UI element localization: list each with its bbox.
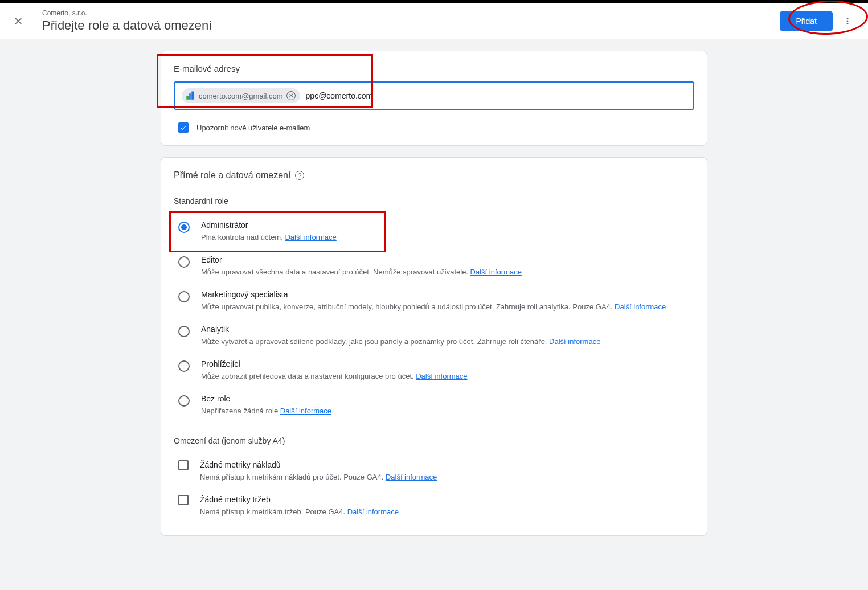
more-info-link[interactable]: Další informace xyxy=(280,407,331,415)
more-info-link[interactable]: Další informace xyxy=(416,372,467,380)
email-section-label: E-mailové adresy xyxy=(174,64,694,73)
role-radio[interactable] xyxy=(178,256,190,268)
restrictions-label: Omezení dat (jenom služby A4) xyxy=(174,436,694,445)
restriction-checkbox[interactable] xyxy=(178,460,189,470)
role-description: Plná kontrola nad účtem. Další informace xyxy=(201,233,690,241)
role-description: Nepřiřazena žádná role Další informace xyxy=(201,407,690,415)
svg-rect-1 xyxy=(189,93,191,100)
roles-section-header: Přímé role a datová omezení xyxy=(174,170,290,181)
email-input-container[interactable]: comerto.com@gmail.com ✕ ppc@comerto.com xyxy=(174,81,694,110)
more-menu-button[interactable] xyxy=(838,12,857,30)
header-subtitle: Comerto, s.r.o. xyxy=(42,9,780,17)
svg-rect-0 xyxy=(186,96,189,100)
close-button[interactable] xyxy=(11,14,25,28)
more-vert-icon xyxy=(842,16,853,26)
divider xyxy=(174,427,694,427)
role-description: Může upravovat publika, konverze, atribu… xyxy=(201,302,690,311)
role-radio[interactable] xyxy=(178,360,190,372)
restriction-title: Žádné metriky nákladů xyxy=(200,460,690,469)
restriction-item[interactable]: Žádné metriky tržebNemá přístup k metrik… xyxy=(174,488,694,523)
role-description: Může vytvářet a upravovat sdílené podkla… xyxy=(201,337,690,346)
chip-remove-button[interactable]: ✕ xyxy=(286,91,296,100)
roles-card: Přímé role a datová omezení ? Standardní… xyxy=(161,157,707,536)
role-title: Editor xyxy=(201,255,690,264)
analytics-icon xyxy=(185,91,195,101)
restriction-description: Nemá přístup k metrikám nákladů pro účet… xyxy=(200,473,690,481)
role-radio[interactable] xyxy=(178,395,190,407)
restriction-title: Žádné metriky tržeb xyxy=(200,495,690,504)
role-item[interactable]: Bez roleNepřiřazena žádná role Další inf… xyxy=(174,387,694,422)
check-icon xyxy=(179,124,187,132)
notify-checkbox[interactable] xyxy=(178,122,189,133)
close-icon xyxy=(13,15,24,27)
role-radio[interactable] xyxy=(178,222,190,233)
role-item[interactable]: ProhlížejícíMůže zobrazit přehledová dat… xyxy=(174,353,694,387)
role-item[interactable]: EditorMůže upravovat všechna data a nast… xyxy=(174,248,694,283)
restriction-item[interactable]: Žádné metriky nákladůNemá přístup k metr… xyxy=(174,453,694,488)
restriction-checkbox[interactable] xyxy=(178,495,189,505)
role-title: Analytik xyxy=(201,325,690,334)
modal-header: Comerto, s.r.o. Přidejte role a datová o… xyxy=(0,3,868,39)
more-info-link[interactable]: Další informace xyxy=(615,302,666,311)
more-info-link[interactable]: Další informace xyxy=(386,473,437,481)
role-title: Marketingový specialista xyxy=(201,290,690,299)
role-description: Může upravovat všechna data a nastavení … xyxy=(201,268,690,276)
email-card: E-mailové adresy comerto.com@gmail.com ✕… xyxy=(161,51,707,146)
header-title: Přidejte role a datová omezení xyxy=(42,18,780,33)
email-input-value[interactable]: ppc@comerto.com xyxy=(306,91,373,100)
standard-roles-label: Standardní role xyxy=(174,196,694,206)
svg-rect-2 xyxy=(191,92,194,100)
notify-label: Upozornit nové uživatele e-mailem xyxy=(196,124,310,132)
role-item[interactable]: AnalytikMůže vytvářet a upravovat sdílen… xyxy=(174,318,694,353)
role-title: Bez role xyxy=(201,394,690,403)
role-description: Může zobrazit přehledová data a nastaven… xyxy=(201,372,690,380)
help-icon[interactable]: ? xyxy=(295,171,304,180)
more-info-link[interactable]: Další informace xyxy=(347,507,399,516)
role-item[interactable]: AdministrátorPlná kontrola nad účtem. Da… xyxy=(174,214,694,248)
more-info-link[interactable]: Další informace xyxy=(549,337,600,346)
role-title: Prohlížející xyxy=(201,359,690,368)
add-button[interactable]: Přidat xyxy=(780,11,833,31)
more-info-link[interactable]: Další informace xyxy=(285,233,336,241)
role-radio[interactable] xyxy=(178,291,190,302)
restriction-description: Nemá přístup k metrikám tržeb. Pouze GA4… xyxy=(200,507,690,516)
more-info-link[interactable]: Další informace xyxy=(470,268,522,276)
role-title: Administrátor xyxy=(201,220,690,230)
email-chip: comerto.com@gmail.com ✕ xyxy=(182,88,300,103)
chip-email-text: comerto.com@gmail.com xyxy=(199,92,283,100)
role-item[interactable]: Marketingový specialistaMůže upravovat p… xyxy=(174,283,694,318)
role-radio[interactable] xyxy=(178,326,190,337)
